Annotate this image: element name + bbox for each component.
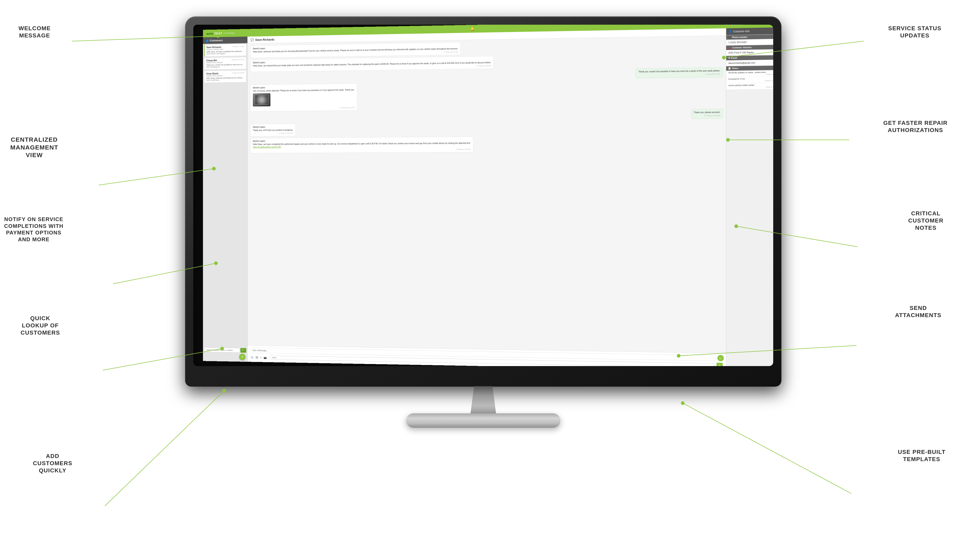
customers-sidebar: 👥 Customers Dave Richards Advisor: Danie… bbox=[203, 37, 248, 362]
customer-advisor: Advisor: Erik Jackson bbox=[206, 75, 223, 77]
bell-icon[interactable]: 🔔 bbox=[470, 26, 475, 31]
nav-bar: Hello Daniel Lopez! Users Contact Log of… bbox=[723, 25, 773, 26]
app-logo: autoTEXT by VerbalValet bbox=[207, 31, 235, 35]
annotation-prebuilt-templates: USE PRE-BUILTTEMPLATES bbox=[898, 448, 946, 463]
annotation-add-customers: ADDCUSTOMERSQUICKLY bbox=[33, 452, 73, 474]
customer-time: Today at 9:02 AM bbox=[232, 72, 244, 74]
camera-icon[interactable]: 📷 bbox=[263, 356, 266, 359]
attachment-icon[interactable]: 📎 bbox=[250, 356, 253, 359]
sidebar-header: 👥 Customers bbox=[203, 37, 247, 44]
list-icon[interactable]: ≡ bbox=[260, 356, 261, 359]
message-item-sent: Thank you, please proceed. ⏱ Today at 10… bbox=[691, 109, 723, 119]
add-customer-button[interactable]: + bbox=[239, 353, 245, 360]
customer-vehicle: 2012 Mustang GT bbox=[206, 65, 244, 68]
customer-advisor: Advisor: Daniel Lopez bbox=[207, 48, 223, 50]
nav-users[interactable]: Users bbox=[748, 25, 754, 25]
customer-vehicle: 2015 Ford F-150 Raptor bbox=[207, 52, 244, 55]
message-item: Daniel Lopez: Hello Dave, we noticed tha… bbox=[250, 56, 494, 72]
send-button[interactable]: ▷ bbox=[717, 355, 724, 361]
nav-hello: Hello Daniel Lopez! bbox=[723, 25, 744, 26]
customer-time: Today at 1:11 AM bbox=[232, 45, 244, 47]
annotation-notify-service: NOTIFY ON SERVICECOMPLETIONS WITHPAYMENT… bbox=[4, 216, 63, 243]
customer-search-input[interactable] bbox=[204, 347, 240, 352]
attachment-image bbox=[253, 93, 270, 107]
customer-advisor: Advisor: Erik Jackson bbox=[206, 61, 223, 64]
annotation-centralized: CENTRALIZEDMANAGEMENTVIEW bbox=[10, 136, 58, 159]
message-item-image: Daniel Lopez: Yes, of course, photo atta… bbox=[250, 83, 357, 111]
monitor-base bbox=[406, 413, 560, 428]
message-item-sent: Thank you, would it be possible to have … bbox=[636, 68, 723, 78]
message-item: Daniel Lopez: Hello Dave, welcome and th… bbox=[250, 42, 461, 58]
note-item-2: ✕ Promised for 3 P.M. Today at 10:05 AM bbox=[726, 76, 773, 83]
messages-container[interactable]: Daniel Lopez: Hello Dave, welcome and th… bbox=[248, 36, 726, 353]
customer-item-chang[interactable]: Chang Wei Advisor: Erik Jackson Today at… bbox=[204, 57, 246, 69]
notes-section-header: 📝Notes: bbox=[726, 66, 773, 71]
monitor-neck bbox=[465, 386, 502, 415]
notes-add-button[interactable]: + bbox=[717, 363, 723, 366]
customer-item-dave[interactable]: Dave Richards Advisor: Daniel Lopez Toda… bbox=[204, 44, 246, 56]
customer-time: Today at 10:51 AM bbox=[231, 59, 244, 61]
annotation-send-attachments: SENDATTACHMENTS bbox=[895, 304, 941, 319]
annotation-critical-notes: CRITICALCUSTOMERNOTES bbox=[908, 210, 944, 231]
annotation-faster-repair: GET FASTER REPAIRAUTHORIZATIONS bbox=[883, 119, 947, 134]
chat-panel: 💬 Dave Richards Daniel Lopez: Hello Dave… bbox=[248, 28, 726, 366]
image-icon[interactable]: 🖼 bbox=[256, 356, 258, 359]
info-panel-header: 👤 Customer-Info ✏ bbox=[726, 27, 773, 35]
message-item-final: Daniel Lopez: Hello Dave, we have comple… bbox=[250, 137, 473, 153]
email-section-header: ✉Email: bbox=[726, 55, 773, 60]
vehicles-value: 2015 Ford F-150 Raptor bbox=[726, 49, 773, 56]
customer-vehicle: 2016 Ford Focus bbox=[206, 79, 244, 81]
annotation-quick-lookup: QUICKLOOKUP OFCUSTOMERS bbox=[21, 315, 60, 336]
info-panel: 👤 Customer-Info ✏ 📞Phone number: 1 (416)… bbox=[726, 27, 773, 366]
annotation-welcome-message: WELCOMEMESSAGE bbox=[18, 25, 51, 39]
email-value: daverichards@gmail.com bbox=[726, 60, 773, 66]
annotation-service-status: SERVICE STATUSUPDATES bbox=[888, 25, 941, 39]
message-item: Daniel Lopez: Thank you, we'll keep you … bbox=[250, 124, 296, 136]
search-button[interactable]: 🔍 bbox=[240, 348, 246, 353]
chat-icon: 💬 bbox=[250, 38, 254, 42]
note-item-3: ✕ Invoice paid by mobile cashier Today a… bbox=[726, 83, 773, 90]
note-item-1: ✕ Would like updates on status - prefers… bbox=[726, 70, 773, 77]
phone-value: 1 (416) 333-6182 bbox=[726, 39, 773, 45]
chat-contact-name: Dave Richards bbox=[255, 38, 274, 41]
customer-item-vinay[interactable]: Vinay Bhatti Advisor: Erik Jackson Today… bbox=[204, 70, 246, 83]
